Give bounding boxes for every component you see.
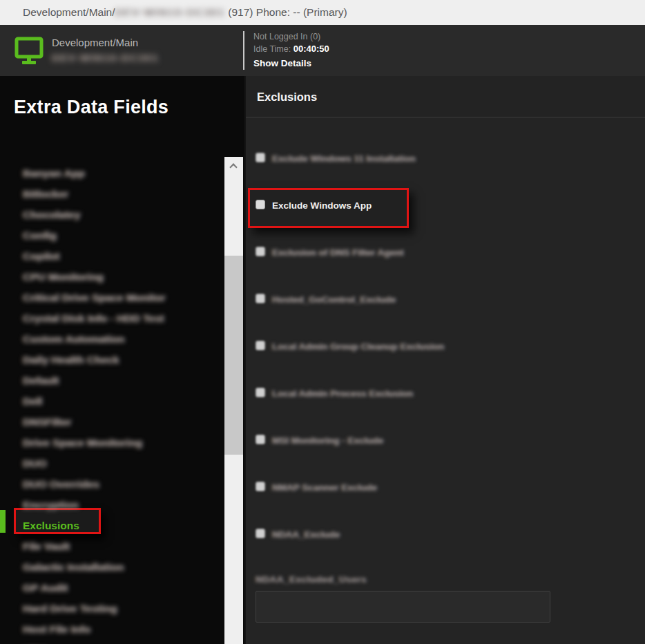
scrollbar-thumb[interactable] [224, 256, 243, 455]
panel-header: Exclusions [246, 76, 645, 117]
checkbox-icon[interactable] [256, 247, 265, 256]
checkbox-row[interactable]: Local Admin Group Cleanup Exclusion [256, 341, 628, 388]
checkbox-icon[interactable] [256, 294, 265, 303]
checkbox-label: NDAA_Exclude [272, 529, 340, 540]
sidebar-list-item[interactable]: Bitlocker [23, 184, 223, 205]
sidebar-item-label: Host File Info [23, 623, 90, 635]
sidebar-item-label: Daily Health Check [23, 354, 119, 366]
sidebar-list-item[interactable]: Config [23, 225, 223, 246]
checkbox-label: Exclude Windows 11 Installation [272, 153, 416, 164]
checkbox-label: Hosted_GoControl_Exclude [272, 294, 396, 305]
sidebar-item-label: GP Audit [23, 582, 68, 594]
logged-in-status: Not Logged In (0) [253, 30, 329, 43]
show-details-link[interactable]: Show Details [253, 57, 329, 70]
checkbox-row[interactable]: Local Admin Process Exclusion [256, 388, 628, 435]
sidebar-item-label: Drive Space Monitoring [23, 437, 142, 448]
breadcrumb-bar: Development/Main/DEV-WIN10-DC301 (917) P… [0, 0, 645, 25]
scrollbar-up-arrow[interactable] [224, 157, 243, 175]
screen: Development/Main/DEV-WIN10-DC301 (917) P… [0, 0, 645, 644]
checkbox-icon[interactable] [256, 435, 265, 444]
sidebar-list-item[interactable]: DUO Overrides [23, 474, 223, 495]
checkbox-label: MSI Monitoring - Exclude [272, 435, 383, 446]
sidebar-item-label: Custom Automation [23, 333, 125, 345]
sidebar-item-label: Copilot [23, 250, 59, 262]
checkbox-icon[interactable] [256, 341, 265, 350]
checkbox-row[interactable]: MSI Monitoring - Exclude [256, 435, 628, 482]
checkbox-icon[interactable] [256, 388, 265, 397]
header-divider [243, 31, 244, 70]
sidebar-list-item[interactable]: File Vault [23, 536, 223, 557]
sidebar-list-item[interactable]: Default [23, 370, 223, 391]
checkbox-icon[interactable] [256, 200, 265, 209]
chevron-up-icon [229, 163, 237, 171]
sidebar-item-label: Crystal Disk Info - HDD Test [23, 312, 164, 324]
sidebar-title: Extra Data Fields [14, 97, 169, 118]
sidebar-item-label: Exclusions [23, 520, 79, 531]
idle-time-value: 00:40:50 [293, 44, 329, 54]
sidebar-list-item[interactable]: Drive Space Monitoring [23, 433, 223, 453]
sidebar-list-item[interactable]: Chocolatey [23, 205, 223, 225]
checkbox-label: Exclude Windows App [272, 200, 372, 211]
breadcrumb-path: Development/Main/ [23, 6, 115, 19]
session-status: Not Logged In (0) Idle Time: 00:40:50 Sh… [253, 30, 329, 70]
breadcrumb-device-redacted: DEV-WIN10-DC301 [115, 6, 225, 19]
checkbox-icon[interactable] [256, 153, 265, 162]
checkbox-row[interactable]: Exclude Windows App [256, 200, 628, 247]
sidebar-list-item[interactable]: Exclusions [23, 515, 223, 536]
extra-data-fields-list: Banyan App Bitlocker Chocolatey Config C… [23, 163, 223, 644]
checkbox-label: NMAP Scanner Exclude [272, 482, 377, 493]
sidebar-list-item[interactable]: HPIA [23, 640, 223, 644]
sidebar-item-label: DUO Overrides [23, 478, 99, 490]
checkbox-row[interactable]: Exclusion of DNS Filter Agent [256, 247, 628, 294]
sidebar-item-label: Default [23, 375, 59, 386]
sidebar-item-label: Dell [23, 395, 42, 407]
sidebar: Extra Data Fields Banyan App Bitlocker C… [0, 76, 244, 644]
sidebar-scrollbar[interactable] [224, 157, 243, 644]
sidebar-list-item[interactable]: Copilot [23, 246, 223, 267]
excluded-users-input[interactable] [256, 591, 550, 623]
checkbox-row[interactable]: NDAA_Exclude [256, 529, 628, 576]
sidebar-list-item[interactable]: Dell [23, 391, 223, 412]
site-name: Development/Main [52, 37, 138, 48]
sidebar-item-label: Banyan App [23, 167, 85, 179]
sidebar-list-item[interactable]: GP Audit [23, 578, 223, 598]
checkbox-row[interactable]: Hosted_GoControl_Exclude [256, 294, 628, 341]
sidebar-list-item[interactable]: DUO [23, 453, 223, 474]
sidebar-list-item[interactable]: CPU Monitoring [23, 267, 223, 287]
panel-title: Exclusions [257, 91, 317, 104]
device-name-redacted: DEV-WIN10-DC301 [52, 52, 159, 64]
device-header: Development/Main DEV-WIN10-DC301 Not Log… [0, 25, 645, 76]
checkbox-label: Local Admin Process Exclusion [272, 388, 413, 399]
exclusion-checkbox-list: Exclude Windows 11 Installation Exclude … [256, 153, 628, 576]
sidebar-item-label: File Vault [23, 540, 70, 552]
sidebar-list-item[interactable]: DNSFilter [23, 412, 223, 433]
checkbox-icon[interactable] [256, 482, 265, 491]
sidebar-item-label: Chocolatey [23, 209, 81, 220]
sidebar-item-label: Hard Drive Testing [23, 603, 117, 614]
idle-time-label: Idle Time: [253, 44, 293, 54]
sidebar-list-item[interactable]: Galactic Installation [23, 557, 223, 578]
sidebar-item-label: DNSFilter [23, 416, 72, 428]
checkbox-label: Local Admin Group Cleanup Exclusion [272, 341, 444, 352]
exclusions-panel: Exclusions Exclude Windows 11 Installati… [244, 76, 645, 644]
idle-time-row: Idle Time: 00:40:50 [253, 43, 329, 55]
sidebar-list-item[interactable]: Banyan App [23, 163, 223, 184]
sidebar-list-item[interactable]: Custom Automation [23, 329, 223, 350]
excluded-users-field-label: NDAA_Excluded_Users [256, 574, 367, 585]
checkbox-row[interactable]: NMAP Scanner Exclude [256, 482, 628, 529]
monitor-icon [14, 36, 44, 65]
sidebar-item-label: DUO [23, 457, 46, 469]
sidebar-item-label: Critical Drive Space Monitor [23, 292, 166, 303]
sidebar-list-item[interactable]: Crystal Disk Info - HDD Test [23, 308, 223, 329]
sidebar-item-label: Bitlocker [23, 188, 68, 200]
sidebar-list-item[interactable]: Critical Drive Space Monitor [23, 287, 223, 308]
checkbox-icon[interactable] [256, 529, 265, 538]
sidebar-item-label: Galactic Installation [23, 561, 124, 573]
sidebar-item-label: Encryption [23, 499, 79, 511]
breadcrumb-phone: (917) Phone: -- (Primary) [228, 6, 347, 19]
checkbox-label: Exclusion of DNS Filter Agent [272, 247, 404, 258]
sidebar-list-item[interactable]: Host File Info [23, 619, 223, 640]
sidebar-item-label: CPU Monitoring [23, 271, 104, 283]
sidebar-list-item[interactable]: Daily Health Check [23, 350, 223, 370]
sidebar-list-item[interactable]: Hard Drive Testing [23, 598, 223, 619]
